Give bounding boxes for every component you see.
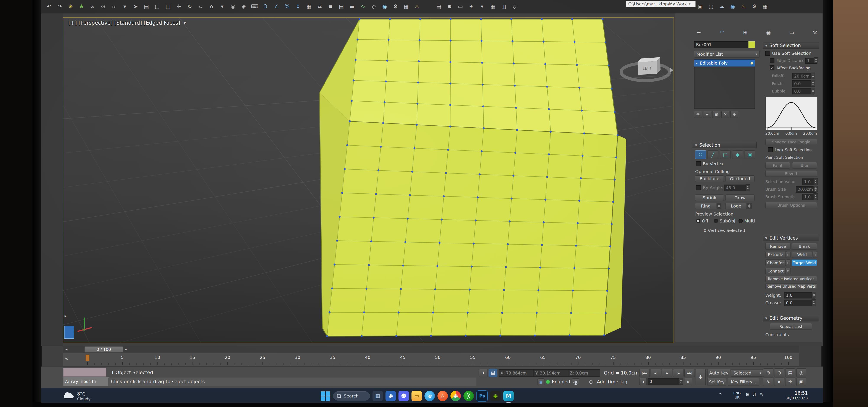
set-key-button[interactable]: Set Key [707,378,726,386]
asset-tracking-icon[interactable]: ◫ [499,2,508,11]
select-by-name-icon[interactable]: ▤ [142,2,151,11]
language-indicator[interactable]: ENG UK [733,391,741,400]
rendered-frame-icon[interactable]: ▦ [402,2,411,11]
edge-distance-checkbox[interactable]: Edge Distance: [770,58,806,63]
weight-field[interactable]: 1.0 [784,292,815,299]
previous-key-button[interactable]: ◀| [651,369,661,377]
affect-backfacing-checkbox[interactable]: Affect Backfacing [770,65,810,70]
selection-rollout-header[interactable]: ▼ Selection [692,142,757,148]
zoom-extents-icon[interactable]: ▤ [785,369,795,377]
weather-widget[interactable]: 8°C Cloudy [64,392,91,401]
configure-modifier-sets-icon[interactable]: ⚙ [731,111,738,118]
element-mode-icon[interactable]: ▣ [745,150,755,159]
weld-settings-button[interactable]: □ [812,251,817,258]
scene-light-icon[interactable]: ☀ [66,2,75,11]
render-setup-icon[interactable]: ⚙ [391,2,400,11]
render-teapot-icon[interactable]: ♨ [739,2,748,11]
remove-button[interactable]: Remove [765,243,790,250]
show-end-result-icon[interactable]: ≡ [703,111,711,118]
pan-icon[interactable]: ✛ [785,378,795,386]
by-angle-field[interactable]: 45.0 [724,185,749,191]
angle-snap-icon[interactable]: ∠ [272,2,281,11]
previous-frame-arrow-icon[interactable]: ◂ [64,347,69,352]
ribbon-toggle-icon[interactable]: ▬ [348,2,357,11]
pinch-spinner[interactable] [811,80,815,87]
y-coordinate-field[interactable]: Y: 30.194cm [533,369,570,377]
x-coordinate-field[interactable]: X: 73.864cm [499,369,535,377]
set-keys-button[interactable]: ✚ [695,369,706,385]
taskbar-search[interactable]: Search [333,392,370,401]
viewport-tabs-arrow-icon[interactable]: ▸ [65,313,67,318]
z-coordinate-field[interactable]: Z: 0.0cm [568,369,600,377]
zoom-icon[interactable]: ⊕ [763,369,773,377]
chamfer-settings-button[interactable]: □ [786,259,790,266]
motion-tab-icon[interactable]: ◉ [764,29,773,36]
chevron-down-icon[interactable]: ▾ [689,2,690,6]
remove-modifier-icon[interactable]: ✕ [721,111,729,118]
select-and-manipulate-icon[interactable]: ◈ [239,2,248,11]
shrink-button[interactable]: Shrink [695,194,724,201]
select-and-scale-icon[interactable]: ▱ [196,2,205,11]
script-listener-icon[interactable]: ▭ [456,2,465,11]
brush-options-button[interactable]: Brush Options [765,202,817,208]
auto-key-button[interactable]: Auto Key [707,369,730,377]
selection-value-spinner[interactable] [813,178,818,185]
paint-button[interactable]: Paint [765,162,790,168]
preview-multi-radio[interactable]: Multi [739,218,755,223]
select-and-rotate-icon[interactable]: ↻ [185,2,194,11]
modifier-list-dropdown[interactable]: Modifier List ▾ [694,51,760,58]
timeline-ruler[interactable]: ∿ 51015202530354045505560657075808590951… [63,353,799,366]
workspace-icon[interactable]: ▣ [695,2,705,11]
play-button[interactable]: ▶ [662,369,672,377]
percent-snap-icon[interactable]: % [283,2,292,11]
isolate-icon[interactable]: ▢ [707,2,716,11]
hierarchy-tab-icon[interactable]: ⊞ [740,29,750,36]
lock-soft-selection-checkbox[interactable]: Lock Soft Selection [768,147,812,152]
undo-icon[interactable]: ↶ [44,2,54,11]
scene-explorer-toggle-icon[interactable]: ▤ [434,2,443,11]
maxscript-listener-pink-row[interactable] [63,368,106,377]
current-frame-field[interactable]: 0 [648,378,682,385]
key-mode-dropdown[interactable]: Selected▾ [731,369,764,377]
network-icon[interactable]: ⊕ [745,392,749,397]
xbox-icon[interactable]: ╳ [463,391,474,401]
use-pivot-center-icon[interactable]: ◎ [228,2,238,11]
file-explorer-icon[interactable]: ▭ [411,391,422,401]
isolate-selection-icon[interactable]: ✦ [479,369,488,377]
crease-field[interactable]: 0.0 [784,300,815,306]
chrome-icon[interactable]: ◉ [451,391,461,401]
add-time-tag-label[interactable]: Add Time Tag [597,379,627,384]
repeat-last-button[interactable]: Repeat Last [770,323,812,330]
object-name-field[interactable]: Box001 [694,41,749,48]
time-slider-handle[interactable]: 0 / 100 [85,346,123,352]
select-and-place-icon[interactable]: ⌂ [207,2,216,11]
by-vertex-checkbox[interactable]: By Vertex [696,161,723,166]
edit-geometry-rollout-header[interactable]: ▼ Edit Geometry [763,315,819,321]
redo-icon[interactable]: ↷ [55,2,64,11]
expand-arrow-icon[interactable]: ▸ [696,61,698,65]
brush-strength-spinner[interactable] [813,193,818,200]
falloff-field[interactable]: 20.0cm [792,73,814,79]
blur-button[interactable]: Blur [792,162,817,168]
connect-settings-button[interactable]: □ [786,268,790,274]
maximize-viewport-icon[interactable]: ▣ [796,378,806,386]
reference-coordinate-icon[interactable]: ▾ [218,2,227,11]
render-frame-window-icon[interactable]: ▦ [761,2,770,11]
falloff-spinner[interactable] [811,72,815,79]
curve-editor-icon[interactable]: ∿ [359,2,368,11]
perspective-viewport[interactable]: LEFT [+] [Perspective] [Standard] [Edged… [63,18,674,343]
object-color-swatch[interactable] [748,41,755,48]
volume-icon[interactable]: ♫ [752,392,756,397]
3ds-max-icon[interactable]: M [503,391,514,401]
make-unique-icon[interactable]: ▣ [712,111,720,118]
bubble-field[interactable]: 0.0 [792,88,814,94]
brush-size-spinner[interactable] [813,186,818,192]
tray-expand-chevron[interactable]: ^ [718,392,722,398]
schematic-view-icon[interactable]: ◇ [369,2,378,11]
select-cursor-icon[interactable]: ➤ [774,378,784,386]
pencil-icon[interactable]: ✎ [763,378,773,386]
align-icon[interactable]: ≡ [326,2,335,11]
viewport-canvas[interactable]: LEFT [63,18,674,343]
rectangular-selection-icon[interactable]: ▢ [153,2,162,11]
bubble-spinner[interactable] [811,88,815,94]
